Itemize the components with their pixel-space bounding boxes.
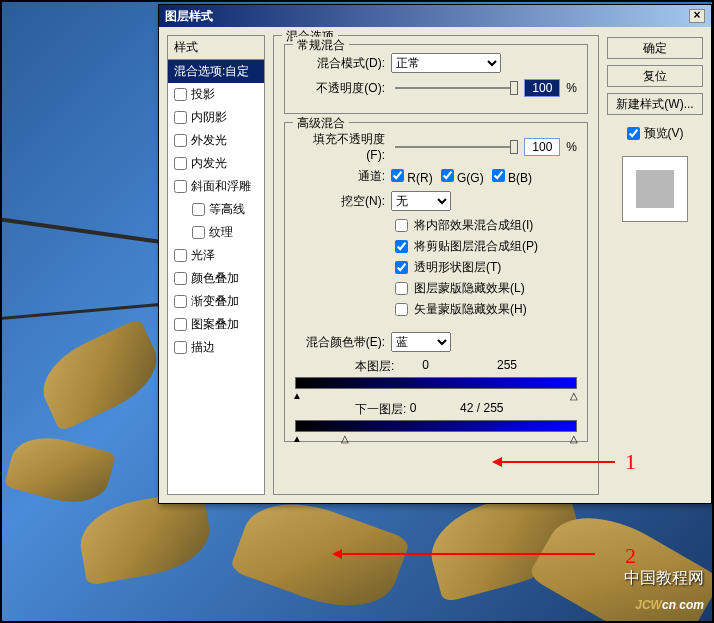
style-contour[interactable]: 等高线: [168, 198, 264, 221]
channel-r-checkbox[interactable]: [391, 169, 404, 182]
layer-style-dialog: 图层样式 × 样式 混合选项:自定 投影 内阴影 外发光 内发光 斜面和浮雕 等…: [158, 4, 712, 504]
new-style-button[interactable]: 新建样式(W)...: [607, 93, 703, 115]
advanced-title: 高级混合: [293, 115, 349, 132]
annotation-arrow-2: [335, 553, 595, 555]
channel-b-checkbox[interactable]: [492, 169, 505, 182]
texture-checkbox[interactable]: [192, 226, 205, 239]
preview-swatch: [622, 156, 688, 222]
style-pattern-overlay[interactable]: 图案叠加: [168, 313, 264, 336]
this-layer-label: 本图层:: [355, 358, 394, 375]
styles-list: 样式 混合选项:自定 投影 内阴影 外发光 内发光 斜面和浮雕 等高线 纹理 光…: [167, 35, 265, 495]
stroke-checkbox[interactable]: [174, 341, 187, 354]
under-black-stop[interactable]: ▲: [292, 433, 302, 441]
watermark-cn: 中国教程网: [624, 568, 704, 589]
under-min: 0: [410, 401, 417, 418]
channel-r[interactable]: R(R): [391, 169, 433, 185]
this-black-stop[interactable]: ▲: [292, 390, 302, 398]
satin-checkbox[interactable]: [174, 249, 187, 262]
style-drop-shadow[interactable]: 投影: [168, 83, 264, 106]
style-inner-glow[interactable]: 内发光: [168, 152, 264, 175]
underlying-gradient[interactable]: ▲ △ △: [295, 420, 577, 432]
channel-g-checkbox[interactable]: [441, 169, 454, 182]
this-white-stop[interactable]: △: [570, 390, 580, 398]
bevel-checkbox[interactable]: [174, 180, 187, 193]
gradient-overlay-checkbox[interactable]: [174, 295, 187, 308]
watermark-en: JCWcn.com: [624, 589, 704, 615]
ok-button[interactable]: 确定: [607, 37, 703, 59]
fill-thumb[interactable]: [510, 140, 518, 154]
titlebar[interactable]: 图层样式 ×: [159, 5, 711, 27]
advanced-blending-group: 高级混合 填充不透明度(F): % 通道: R(R) G(G) B(B): [284, 122, 588, 442]
channel-b[interactable]: B(B): [492, 169, 532, 185]
layer-mask-checkbox[interactable]: [395, 282, 408, 295]
opacity-thumb[interactable]: [510, 81, 518, 95]
opacity-unit: %: [566, 81, 577, 95]
outer-glow-checkbox[interactable]: [174, 134, 187, 147]
transparency-checkbox[interactable]: [395, 261, 408, 274]
blend-mode-label: 混合模式(D):: [295, 55, 385, 72]
annotation-number-1: 1: [625, 449, 636, 475]
drop-shadow-checkbox[interactable]: [174, 88, 187, 101]
blend-clipped-checkbox[interactable]: [395, 240, 408, 253]
style-color-overlay[interactable]: 颜色叠加: [168, 267, 264, 290]
vector-mask-label: 矢量蒙版隐藏效果(H): [414, 301, 527, 318]
leaf-decor: [4, 428, 116, 512]
blend-clipped-label: 将剪贴图层混合成组(P): [414, 238, 538, 255]
transparency-label: 透明形状图层(T): [414, 259, 501, 276]
preview-label: 预览(V): [644, 125, 684, 142]
branch-decor: [1, 217, 180, 246]
style-inner-shadow[interactable]: 内阴影: [168, 106, 264, 129]
blend-if-label: 混合颜色带(E):: [295, 334, 385, 351]
style-blending-options[interactable]: 混合选项:自定: [168, 60, 264, 83]
style-stroke[interactable]: 描边: [168, 336, 264, 359]
under-white-stop[interactable]: △: [570, 433, 580, 441]
contour-checkbox[interactable]: [192, 203, 205, 216]
close-button[interactable]: ×: [689, 9, 705, 23]
this-layer-gradient[interactable]: ▲ △: [295, 377, 577, 389]
color-overlay-checkbox[interactable]: [174, 272, 187, 285]
dialog-title: 图层样式: [165, 8, 213, 25]
style-bevel-emboss[interactable]: 斜面和浮雕: [168, 175, 264, 198]
fill-unit: %: [566, 140, 577, 154]
opacity-slider[interactable]: [395, 87, 514, 89]
general-title: 常规混合: [293, 37, 349, 54]
watermark: 中国教程网 JCWcn.com: [624, 568, 704, 615]
vector-mask-checkbox[interactable]: [395, 303, 408, 316]
knockout-select[interactable]: 无: [391, 191, 451, 211]
inner-shadow-checkbox[interactable]: [174, 111, 187, 124]
blending-options-group: 混合选项 常规混合 混合模式(D): 正常 不透明度(O): %: [273, 35, 599, 495]
blend-if-select[interactable]: 蓝: [391, 332, 451, 352]
styles-header: 样式: [168, 36, 264, 60]
cancel-button[interactable]: 复位: [607, 65, 703, 87]
blend-interior-checkbox[interactable]: [395, 219, 408, 232]
preview-inner: [636, 170, 674, 208]
leaf-decor: [31, 318, 169, 432]
style-gradient-overlay[interactable]: 渐变叠加: [168, 290, 264, 313]
this-min: 0: [422, 358, 429, 375]
opacity-input[interactable]: [524, 79, 560, 97]
fill-opacity-label: 填充不透明度(F):: [295, 131, 385, 162]
under-max: 255: [483, 401, 503, 415]
channel-g[interactable]: G(G): [441, 169, 484, 185]
style-satin[interactable]: 光泽: [168, 244, 264, 267]
style-texture[interactable]: 纹理: [168, 221, 264, 244]
knockout-label: 挖空(N):: [295, 193, 385, 210]
pattern-overlay-checkbox[interactable]: [174, 318, 187, 331]
preview-checkbox[interactable]: [627, 127, 640, 140]
fill-input[interactable]: [524, 138, 560, 156]
channels-label: 通道:: [295, 168, 385, 185]
blend-mode-select[interactable]: 正常: [391, 53, 501, 73]
general-blending-group: 常规混合 混合模式(D): 正常 不透明度(O): %: [284, 44, 588, 114]
under-white-stop-split[interactable]: △: [341, 433, 351, 441]
button-column: 确定 复位 新建样式(W)... 预览(V): [607, 35, 703, 495]
under-mid: 42: [460, 401, 473, 415]
annotation-number-2: 2: [625, 543, 636, 569]
options-panel: 混合选项 常规混合 混合模式(D): 正常 不透明度(O): %: [273, 35, 599, 495]
inner-glow-checkbox[interactable]: [174, 157, 187, 170]
this-max: 255: [497, 358, 517, 375]
blend-interior-label: 将内部效果混合成组(I): [414, 217, 533, 234]
branch-decor: [0, 303, 160, 320]
annotation-arrow-1: [495, 461, 615, 463]
style-outer-glow[interactable]: 外发光: [168, 129, 264, 152]
fill-slider[interactable]: [395, 146, 514, 148]
